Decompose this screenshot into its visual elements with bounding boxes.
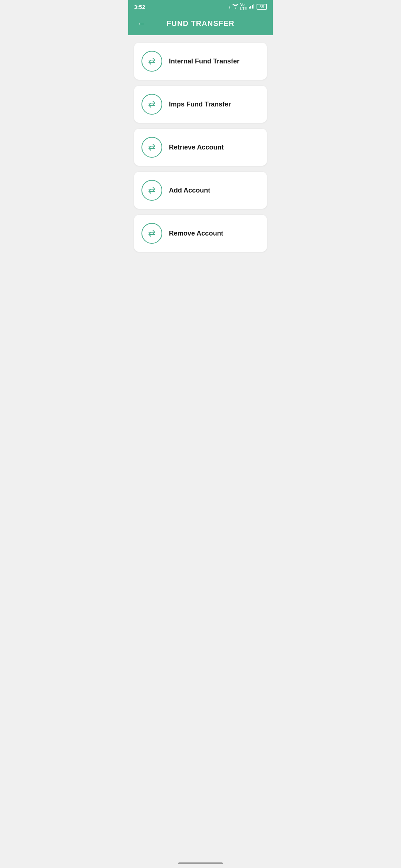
page-title: FUND TRANSFER — [167, 19, 235, 28]
menu-list: Internal Fund Transfer Imps Fund Transfe… — [128, 35, 273, 259]
status-bar: 3:52 ∖ VoLTE 38 — [128, 0, 273, 13]
imps-fund-transfer-icon-circle — [141, 94, 162, 115]
menu-item-imps-fund-transfer[interactable]: Imps Fund Transfer — [134, 86, 267, 123]
menu-item-internal-fund-transfer[interactable]: Internal Fund Transfer — [134, 43, 267, 80]
svg-rect-1 — [250, 6, 251, 9]
internal-fund-transfer-label: Internal Fund Transfer — [169, 57, 239, 65]
imps-fund-transfer-icon — [147, 99, 157, 109]
add-account-icon-circle — [141, 180, 162, 201]
menu-item-remove-account[interactable]: Remove Account — [134, 215, 267, 252]
svg-rect-3 — [253, 4, 254, 9]
status-time: 3:52 — [134, 4, 145, 10]
remove-account-icon-circle — [141, 223, 162, 244]
wifi-icon — [232, 4, 238, 10]
menu-item-retrieve-account[interactable]: Retrieve Account — [134, 129, 267, 166]
retrieve-account-label: Retrieve Account — [169, 144, 224, 151]
svg-rect-2 — [252, 5, 253, 9]
status-icons: ∖ VoLTE 38 — [228, 3, 267, 11]
add-account-label: Add Account — [169, 187, 210, 194]
add-account-icon — [147, 185, 157, 195]
signal-icon — [249, 4, 255, 10]
battery-icon: 38 — [257, 4, 267, 10]
svg-rect-0 — [249, 7, 250, 9]
app-header: ← FUND TRANSFER — [128, 13, 273, 35]
volte-icon: VoLTE — [240, 3, 247, 11]
internal-fund-transfer-icon — [147, 56, 157, 66]
remove-account-label: Remove Account — [169, 230, 223, 237]
retrieve-account-icon — [147, 142, 157, 152]
retrieve-account-icon-circle — [141, 137, 162, 158]
back-button[interactable]: ← — [134, 16, 149, 31]
bluetooth-icon: ∖ — [228, 4, 231, 10]
imps-fund-transfer-label: Imps Fund Transfer — [169, 101, 231, 108]
internal-fund-transfer-icon-circle — [141, 51, 162, 72]
menu-item-add-account[interactable]: Add Account — [134, 172, 267, 209]
remove-account-icon — [147, 228, 157, 239]
